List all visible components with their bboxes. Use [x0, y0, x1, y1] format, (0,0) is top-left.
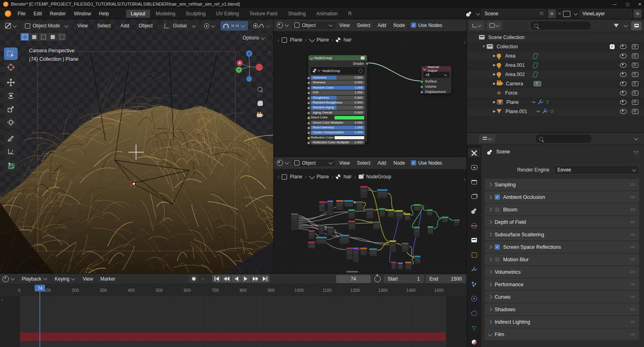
section-screen-space-reflections[interactable]: ✓Screen Space Reflections: [485, 241, 639, 253]
mesh-data-icon[interactable]: ▽: [546, 100, 549, 104]
tab-tool[interactable]: [468, 148, 480, 157]
tab-physics[interactable]: [468, 294, 480, 303]
animation-icon[interactable]: ↝: [531, 99, 535, 105]
disable-render-camera-icon[interactable]: [632, 54, 638, 58]
modifier-wrench-icon[interactable]: [538, 99, 543, 105]
zoom-view-icon[interactable]: [258, 87, 262, 93]
tool-rotate[interactable]: [4, 89, 18, 102]
param-roughness[interactable]: Roughness0.500: [311, 96, 365, 100]
select-mode-subtract[interactable]: [39, 33, 47, 41]
timeline-tracks[interactable]: [0, 296, 467, 347]
hide-viewport-eye-icon[interactable]: [620, 63, 627, 68]
param-direct-color[interactable]: Direct Color: [311, 116, 365, 120]
viewport-menu-add[interactable]: Add: [117, 23, 132, 29]
outliner-row-area-002[interactable]: ▶ Area.002: [467, 70, 644, 79]
animation-icon[interactable]: ↝: [536, 109, 539, 114]
viewport-3d[interactable]: Object Mode View Select Add Object Globa…: [0, 19, 274, 274]
tab-modifiers[interactable]: [468, 265, 480, 274]
tool-scale[interactable]: [4, 103, 18, 115]
input-volume[interactable]: Volume: [421, 84, 451, 89]
workspace-tab-uv-editing[interactable]: UV Editing: [211, 10, 244, 18]
disclosure-open-icon[interactable]: ▼: [481, 45, 486, 48]
timeline-ruler[interactable]: 0100200300400500600700800900100011001200…: [0, 284, 467, 296]
nodegroup-node[interactable]: NodeGroup Shader NodeGroup Darkness0.500…: [308, 55, 367, 143]
ssr-checkbox[interactable]: ✓: [495, 244, 500, 250]
shader-editor-nodegroup[interactable]: Object View Select Add Node ✓ Use Nodes …: [274, 157, 467, 274]
shader1-sidebar-toggle[interactable]: ‹: [464, 40, 465, 45]
workspace-tab-layout[interactable]: Layout: [126, 10, 150, 18]
section-film[interactable]: Film: [485, 328, 639, 340]
render-engine-dropdown[interactable]: Eevee: [555, 165, 639, 174]
hide-viewport-eye-icon[interactable]: [620, 54, 627, 58]
options-dropdown[interactable]: Options: [240, 33, 268, 43]
disable-render-camera-icon[interactable]: [632, 63, 638, 68]
gizmo-z-axis[interactable]: Z: [246, 50, 252, 57]
workspace-tab-animation[interactable]: Animation: [312, 10, 343, 18]
section-indirect-lighting[interactable]: Indirect Lighting: [485, 316, 639, 328]
viewlayer-name-field[interactable]: ViewLayer: [580, 9, 632, 18]
input-surface[interactable]: Surface: [421, 78, 451, 84]
playback-menu[interactable]: Playback: [18, 276, 51, 282]
shader1-type-chevron[interactable]: [285, 23, 289, 27]
tab-world[interactable]: [468, 221, 480, 230]
snap-pivot-dropdown[interactable]: [201, 21, 218, 31]
material-output-node[interactable]: Material Output All Surface Volume Displ…: [421, 66, 452, 94]
view-menu[interactable]: View: [79, 276, 97, 282]
blender-menu-icon[interactable]: [5, 10, 11, 17]
frame-start-field[interactable]: Start1: [384, 275, 424, 283]
disable-render-camera-icon[interactable]: [632, 109, 638, 114]
marker-menu[interactable]: Marker: [97, 276, 119, 282]
outliner[interactable]: Scene Collection ▼ Collection ✓ ▶ Area: [467, 19, 644, 133]
tab-render[interactable]: [468, 163, 480, 172]
outliner-row-scene-collection[interactable]: Scene Collection: [467, 33, 644, 42]
camera-data-icon[interactable]: [534, 81, 541, 86]
tab-scene[interactable]: [468, 207, 480, 216]
param-reflection-color-multiplier[interactable]: Reflection Color Multiplier0.000: [311, 140, 365, 145]
outliner-search-input[interactable]: [530, 21, 591, 30]
section-volumetrics[interactable]: Volumetrics: [485, 266, 639, 278]
tab-view-layer[interactable]: [468, 192, 480, 201]
camera-view-icon[interactable]: [257, 113, 262, 118]
shader-editor-material[interactable]: Object View Select Add Node ✓ Use Nodes …: [274, 19, 467, 157]
timeline-type-chevron[interactable]: [11, 277, 15, 281]
disable-render-camera-icon[interactable]: [632, 72, 638, 77]
previous-keyframe-button[interactable]: [222, 275, 231, 283]
hide-viewport-eye-icon[interactable]: [620, 109, 627, 114]
menu-window[interactable]: Window: [70, 11, 95, 17]
disable-render-camera-icon[interactable]: [632, 81, 638, 86]
navigation-gizmo[interactable]: Z X Y: [233, 47, 267, 85]
new-collection-button[interactable]: [631, 21, 642, 30]
section-subsurface-scattering[interactable]: Subsurface Scattering: [485, 229, 639, 240]
shader1-use-nodes-checkbox[interactable]: ✓: [411, 23, 416, 28]
workspace-tab-rendering[interactable]: Rendering: [343, 10, 351, 18]
disable-render-camera-icon[interactable]: [632, 100, 638, 105]
shader1-menu-view[interactable]: View: [336, 23, 353, 28]
current-frame-badge[interactable]: 74: [35, 285, 45, 291]
scene-new-button[interactable]: ⧉: [548, 9, 556, 18]
filter-chevron[interactable]: [624, 23, 628, 27]
workspace-tab-shading[interactable]: Shading: [283, 10, 311, 18]
disable-render-camera-icon[interactable]: [632, 44, 638, 49]
disclosure-closed-icon[interactable]: ▶: [492, 54, 497, 58]
mode-dropdown[interactable]: Object Mode: [22, 21, 71, 31]
keying-set-chevron[interactable]: [201, 277, 205, 281]
tool-annotate[interactable]: [4, 131, 18, 144]
shader1-menu-select[interactable]: Select: [353, 23, 374, 28]
shader1-mode-dropdown[interactable]: Object: [291, 21, 336, 29]
material-output-header[interactable]: Material Output: [421, 66, 451, 71]
param-ior[interactable]: IOR1.550: [311, 91, 365, 95]
snap-toggle-group[interactable]: H·H: [221, 21, 248, 31]
tab-constraints[interactable]: [468, 308, 480, 318]
shader1-menu-node[interactable]: Node: [390, 23, 409, 28]
select-mode-set[interactable]: [21, 33, 29, 41]
disable-render-camera-icon[interactable]: [632, 91, 638, 95]
motion-blur-checkbox[interactable]: ✓: [495, 257, 500, 262]
hide-viewport-eye-icon[interactable]: [620, 100, 627, 105]
select-mode-intersect[interactable]: [58, 33, 66, 41]
disclosure-closed-icon[interactable]: ▶: [492, 72, 497, 76]
hide-viewport-eye-icon[interactable]: [620, 91, 627, 95]
viewlayer-icon[interactable]: [563, 11, 570, 17]
collapse-chevron-icon[interactable]: [310, 56, 313, 59]
nodegroup-output-shader[interactable]: Shader: [308, 60, 367, 66]
tab-particles[interactable]: [468, 279, 480, 289]
